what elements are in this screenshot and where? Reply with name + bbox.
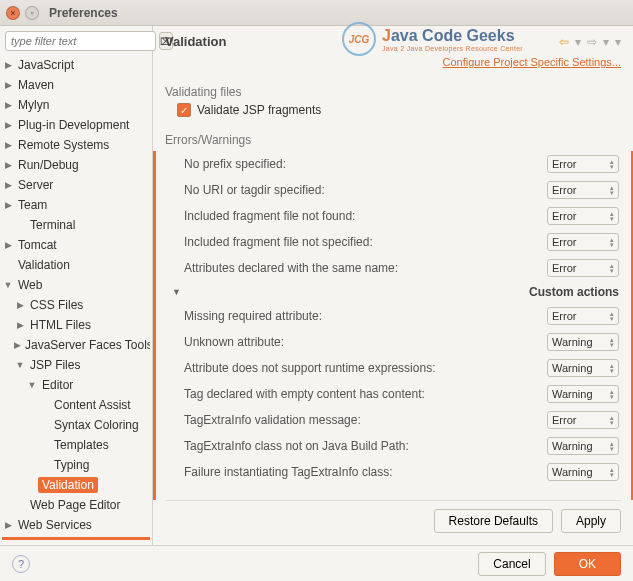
chevron-icon: ▶ <box>2 80 14 90</box>
tree-item[interactable]: Syntax Coloring <box>2 415 150 435</box>
tree-item-label: Web Page Editor <box>26 497 125 513</box>
tree-item[interactable]: ▶Mylyn <box>2 95 150 115</box>
setting-label: Included fragment file not specified: <box>184 235 373 249</box>
tree-item[interactable]: ▶Web Services <box>2 515 150 535</box>
tree-item[interactable]: ▼JSP Files <box>2 355 150 375</box>
severity-select[interactable]: Warning▴▾ <box>547 359 619 377</box>
tree-item[interactable]: ▶Team <box>2 195 150 215</box>
setting-row: Included fragment file not found:Error▴▾ <box>168 203 619 229</box>
severity-select[interactable]: Error▴▾ <box>547 411 619 429</box>
tree-item-label: HTML Files <box>26 317 95 333</box>
validate-jsp-checkbox[interactable]: ✓ <box>177 103 191 117</box>
tree-item-label: Remote Systems <box>14 137 113 153</box>
settings-list: No prefix specified:Error▴▾No URI or tag… <box>153 151 633 500</box>
severity-select[interactable]: Error▴▾ <box>547 181 619 199</box>
setting-label: Failure instantiating TagExtraInfo class… <box>184 465 393 479</box>
tree-item[interactable]: ▶Run/Debug <box>2 155 150 175</box>
chevron-icon: ▶ <box>2 200 14 210</box>
severity-select[interactable]: Warning▴▾ <box>547 385 619 403</box>
forward-icon[interactable]: ⇨ <box>587 35 597 49</box>
tree-item-label: Terminal <box>26 217 79 233</box>
chevron-icon: ▼ <box>2 280 14 290</box>
tree-item-label: JavaServer Faces Tools <box>21 337 150 353</box>
chevron-icon: ▼ <box>14 360 26 370</box>
tree-item-label: JavaScript <box>14 57 78 73</box>
tree-item[interactable]: Web Page Editor <box>2 495 150 515</box>
setting-row: Tag declared with empty content has cont… <box>168 381 619 407</box>
tree-item[interactable]: ▶CSS Files <box>2 295 150 315</box>
chevron-icon: ▶ <box>2 240 14 250</box>
tree-item-label: Web Services <box>14 517 96 533</box>
close-icon[interactable]: × <box>6 6 20 20</box>
tree-item-label: JSP Files <box>26 357 84 373</box>
menu-icon[interactable]: ▾ <box>615 35 621 49</box>
tree-item[interactable]: Validation <box>2 255 150 275</box>
chevron-icon: ▶ <box>2 120 14 130</box>
tree-item[interactable]: Typing <box>2 455 150 475</box>
custom-actions-heading[interactable]: ▼Custom actions <box>168 281 619 303</box>
errors-warnings-heading: Errors/Warnings <box>165 133 621 147</box>
severity-select[interactable]: Error▴▾ <box>547 307 619 325</box>
tree-item-label: Tomcat <box>14 237 61 253</box>
tree-item[interactable]: ▶Tomcat <box>2 235 150 255</box>
tree-item-label: Templates <box>50 437 113 453</box>
chevron-icon: ▶ <box>2 60 14 70</box>
chevron-down-icon: ▼ <box>172 287 181 297</box>
tree-item[interactable]: ▶Server <box>2 175 150 195</box>
chevron-icon: ▶ <box>14 340 21 350</box>
tree-item[interactable]: Templates <box>2 435 150 455</box>
setting-label: Attributes declared with the same name: <box>184 261 398 275</box>
severity-select[interactable]: Warning▴▾ <box>547 437 619 455</box>
chevron-icon: ▶ <box>14 320 26 330</box>
forward-menu-icon[interactable]: ▾ <box>603 35 609 49</box>
severity-select[interactable]: Error▴▾ <box>547 207 619 225</box>
preference-tree[interactable]: ▶JavaScript▶Maven▶Mylyn▶Plug-in Developm… <box>2 55 150 535</box>
tree-item-label: CSS Files <box>26 297 87 313</box>
setting-row: Failure instantiating TagExtraInfo class… <box>168 459 619 485</box>
tree-item[interactable]: Content Assist <box>2 395 150 415</box>
tree-item-label: Content Assist <box>50 397 135 413</box>
window-title: Preferences <box>49 6 118 20</box>
tree-item[interactable]: ▼Web <box>2 275 150 295</box>
restore-defaults-button[interactable]: Restore Defaults <box>434 509 553 533</box>
tree-item-label: Validation <box>14 257 74 273</box>
tree-divider <box>2 537 150 540</box>
ok-button[interactable]: OK <box>554 552 621 576</box>
severity-select[interactable]: Error▴▾ <box>547 233 619 251</box>
setting-row: Attribute does not support runtime expre… <box>168 355 619 381</box>
tree-item[interactable]: ▶Plug-in Development <box>2 115 150 135</box>
setting-row: TagExtraInfo class not on Java Build Pat… <box>168 433 619 459</box>
severity-select[interactable]: Warning▴▾ <box>547 463 619 481</box>
tree-item-label: Syntax Coloring <box>50 417 143 433</box>
setting-row: Attributes declared with the same name:E… <box>168 255 619 281</box>
setting-label: Missing required attribute: <box>184 309 322 323</box>
setting-label: Included fragment file not found: <box>184 209 355 223</box>
tree-item[interactable]: ▶Remote Systems <box>2 135 150 155</box>
apply-button[interactable]: Apply <box>561 509 621 533</box>
cancel-button[interactable]: Cancel <box>478 552 545 576</box>
minimize-icon[interactable]: ▫ <box>25 6 39 20</box>
severity-select[interactable]: Error▴▾ <box>547 259 619 277</box>
setting-label: No URI or tagdir specified: <box>184 183 325 197</box>
chevron-icon: ▼ <box>26 380 38 390</box>
tree-item[interactable]: ▶Maven <box>2 75 150 95</box>
chevron-icon: ▶ <box>2 160 14 170</box>
tree-item[interactable]: ▶JavaServer Faces Tools <box>2 335 150 355</box>
back-icon[interactable]: ⇦ <box>559 35 569 49</box>
chevron-icon: ▶ <box>2 520 14 530</box>
tree-item[interactable]: Validation <box>2 475 150 495</box>
help-icon[interactable]: ? <box>12 555 30 573</box>
filter-input[interactable] <box>5 31 156 51</box>
tree-item[interactable]: ▶HTML Files <box>2 315 150 335</box>
back-menu-icon[interactable]: ▾ <box>575 35 581 49</box>
severity-select[interactable]: Error▴▾ <box>547 155 619 173</box>
tree-item[interactable]: ▶JavaScript <box>2 55 150 75</box>
tree-item[interactable]: ▼Editor <box>2 375 150 395</box>
setting-row: Missing required attribute:Error▴▾ <box>168 303 619 329</box>
setting-label: Tag declared with empty content has cont… <box>184 387 425 401</box>
severity-select[interactable]: Warning▴▾ <box>547 333 619 351</box>
configure-project-link[interactable]: Configure Project Specific Settings... <box>442 56 621 68</box>
tree-item[interactable]: Terminal <box>2 215 150 235</box>
tree-item-label: Validation <box>38 477 98 493</box>
main-panel: Validation ⇦▾ ⇨▾ ▾ Configure Project Spe… <box>153 26 633 545</box>
